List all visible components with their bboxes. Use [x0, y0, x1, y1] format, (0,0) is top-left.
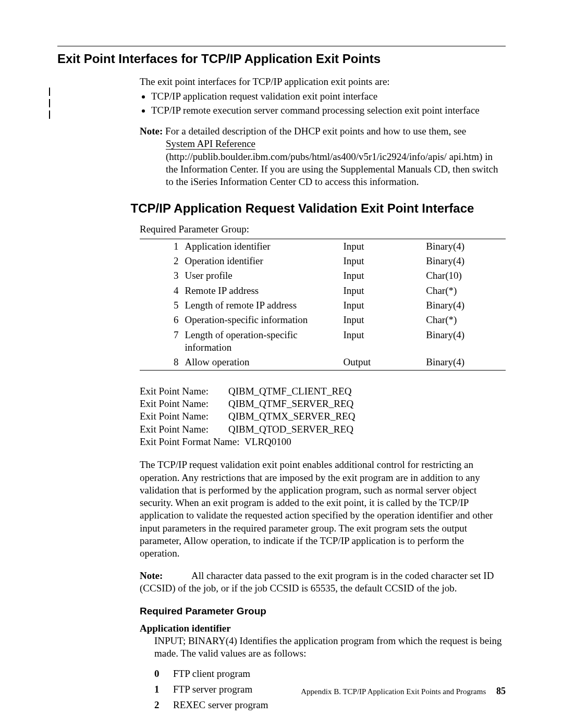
intro-list: TCP/IP application request validation ex… — [140, 90, 506, 117]
valid-value-text: FTP server program — [173, 683, 252, 696]
param-table: 1 Application identifier Input Binary(4)… — [140, 239, 506, 371]
param-number: 3 — [140, 268, 181, 283]
exit-point-format-value: VLRQ0100 — [244, 436, 291, 448]
valid-value-number: 1 — [154, 683, 173, 696]
heading-2: TCP/IP Application Request Validation Ex… — [99, 201, 506, 216]
param-io: Input — [340, 239, 423, 254]
valid-value-text: FTP client program — [173, 668, 250, 680]
heading-1: Exit Point Interfaces for TCP/IP Applica… — [57, 52, 506, 66]
exit-point-value: QIBM_QTMX_SERVER_REQ — [228, 410, 355, 423]
param-name: User profile — [181, 268, 340, 283]
note-body: System API Reference (http://publib.boul… — [166, 138, 506, 188]
param-type: Binary(4) — [423, 239, 506, 254]
table-row: 1 Application identifier Input Binary(4) — [140, 239, 506, 254]
param-type: Binary(4) — [423, 298, 506, 313]
exit-point-format-label: Exit Point Format Name: — [140, 436, 240, 448]
exit-point-label: Exit Point Name: — [140, 385, 228, 398]
note-label: Note: — [140, 570, 163, 581]
note-block: Note: For a detailed description of the … — [140, 125, 506, 189]
param-def-name: Application identifier — [140, 622, 506, 635]
param-name: Length of operation-specific information — [181, 328, 340, 355]
param-name: Length of remote IP address — [181, 298, 340, 313]
table-row: 7 Length of operation-specific informati… — [140, 328, 506, 355]
valid-value-number: 2 — [154, 699, 173, 711]
param-name: Allow operation — [181, 355, 340, 369]
note-block: Note: All character data passed to the e… — [140, 570, 506, 595]
param-def-desc: INPUT; BINARY(4) Identifies the applicat… — [154, 635, 506, 660]
param-io: Input — [340, 298, 423, 313]
param-number: 6 — [140, 313, 181, 327]
param-io: Input — [340, 283, 423, 298]
table-row: 6 Operation-specific information Input C… — [140, 313, 506, 327]
valid-value-number: 0 — [154, 668, 173, 680]
param-number: 5 — [140, 298, 181, 313]
table-row: 5 Length of remote IP address Input Bina… — [140, 298, 506, 313]
param-io: Input — [340, 328, 423, 355]
exit-point-names: Exit Point Name:QIBM_QTMF_CLIENT_REQ Exi… — [140, 385, 506, 449]
param-type: Binary(4) — [423, 355, 506, 369]
param-name: Operation identifier — [181, 254, 340, 268]
page: Exit Point Interfaces for TCP/IP Applica… — [0, 0, 563, 728]
param-io: Input — [340, 254, 423, 268]
exit-point-label: Exit Point Name: — [140, 423, 228, 436]
exit-point-value: QIBM_QTMF_SERVER_REQ — [228, 398, 353, 410]
revision-bar — [49, 88, 50, 96]
param-number: 4 — [140, 283, 181, 298]
page-footer: Appendix B. TCP/IP Application Exit Poin… — [301, 686, 506, 697]
param-name: Operation-specific information — [181, 313, 340, 327]
note-continuation: (http://publib.boulder.ibm.com/pubs/html… — [166, 151, 498, 188]
param-name: Application identifier — [181, 239, 340, 254]
table-row: 2 Operation identifier Input Binary(4) — [140, 254, 506, 268]
footer-text: Appendix B. TCP/IP Application Exit Poin… — [301, 687, 486, 696]
revision-bar — [49, 99, 50, 107]
param-io: Output — [340, 355, 423, 369]
param-type: Binary(4) — [423, 254, 506, 268]
intro-block: The exit point interfaces for TCP/IP app… — [140, 76, 506, 189]
page-number: 85 — [496, 686, 506, 696]
param-type: Char(10) — [423, 268, 506, 283]
link-system-api-reference[interactable]: System API Reference — [166, 138, 255, 150]
param-group-label: Required Parameter Group: — [140, 223, 506, 236]
param-definition: Application identifier INPUT; BINARY(4) … — [140, 622, 506, 712]
rule-top — [57, 46, 506, 46]
note-label: Note: — [140, 126, 163, 137]
note-body: All character data passed to the exit pr… — [140, 570, 494, 594]
note-lead: For a detailed description of the DHCP e… — [165, 126, 466, 137]
valid-value-text: REXEC server program — [173, 699, 268, 711]
intro-lead: The exit point interfaces for TCP/IP app… — [140, 76, 506, 88]
param-name: Remote IP address — [181, 283, 340, 298]
param-number: 2 — [140, 254, 181, 268]
param-io: Input — [340, 313, 423, 327]
param-type: Binary(4) — [423, 328, 506, 355]
table-row: 3 User profile Input Char(10) — [140, 268, 506, 283]
table-row: 4 Remote IP address Input Char(*) — [140, 283, 506, 298]
intro-bullet: TCP/IP remote execution server command p… — [151, 104, 506, 117]
param-type: Char(*) — [423, 283, 506, 298]
exit-point-label: Exit Point Name: — [140, 410, 228, 423]
param-number: 1 — [140, 239, 181, 254]
param-io: Input — [340, 268, 423, 283]
param-number: 8 — [140, 355, 181, 369]
param-number: 7 — [140, 328, 181, 355]
exit-point-value: QIBM_QTOD_SERVER_REQ — [228, 423, 353, 436]
description-paragraph: The TCP/IP request validation exit point… — [140, 459, 506, 560]
heading-3: Required Parameter Group — [140, 605, 506, 618]
exit-point-value: QIBM_QTMF_CLIENT_REQ — [228, 385, 351, 398]
intro-bullet: TCP/IP application request validation ex… — [151, 90, 506, 103]
param-type: Char(*) — [423, 313, 506, 327]
param-section: Required Parameter Group: 1 Application … — [140, 223, 506, 712]
exit-point-label: Exit Point Name: — [140, 398, 228, 410]
table-row: 8 Allow operation Output Binary(4) — [140, 355, 506, 369]
revision-bar — [49, 110, 50, 119]
